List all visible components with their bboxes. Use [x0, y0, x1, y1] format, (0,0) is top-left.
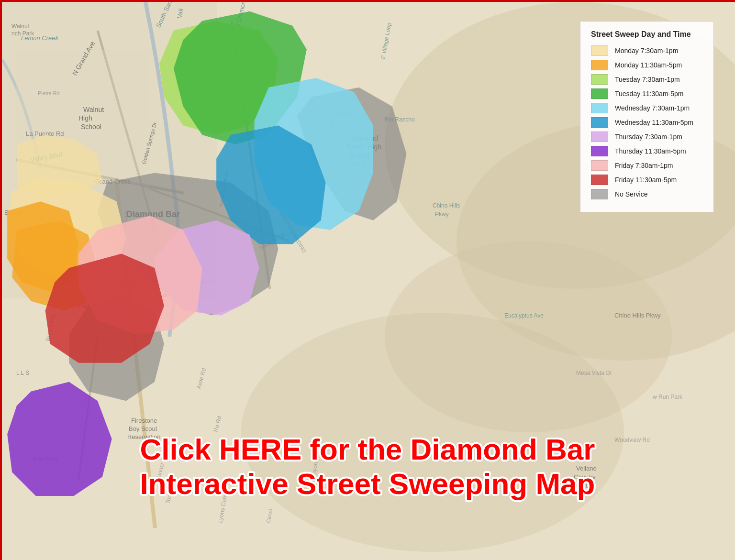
legend-item-tue-am: Tuesday 7:30am-1pm	[591, 74, 703, 85]
legend-label-tue-pm: Tuesday 11:30am-5pm	[615, 90, 683, 98]
legend-label-wed-am: Wednesday 7:30am-1pm	[615, 104, 690, 112]
legend-swatch-no-service	[591, 189, 608, 199]
legend-item-thu-am: Thursday 7:30am-1pm	[591, 132, 703, 142]
legend-label-wed-pm: Wednesday 11:30am-5pm	[615, 119, 693, 126]
legend-swatch-thu-am	[591, 132, 608, 142]
legend-label-thu-am: Thursday 7:30am-1pm	[615, 133, 682, 141]
legend-swatch-tue-am	[591, 74, 608, 85]
legend-swatch-thu-pm	[591, 146, 608, 156]
legend-item-wed-pm: Wednesday 11:30am-5pm	[591, 117, 703, 128]
legend-label-tue-am: Tuesday 7:30am-1pm	[615, 76, 680, 83]
cta-line2: Interactive Street Sweeping Map	[140, 467, 595, 500]
cta-line1: Click HERE for the Diamond Bar	[140, 433, 595, 466]
legend-item-fri-pm: Friday 11:30am-5pm	[591, 175, 703, 185]
legend-label-mon-am: Monday 7:30am-1pm	[615, 47, 678, 55]
legend-label-fri-pm: Friday 11:30am-5pm	[615, 176, 677, 184]
main-container: Lemon Creek Walnut nch Park N Grand Ave …	[0, 0, 735, 560]
legend-swatch-mon-am	[591, 45, 608, 56]
svg-marker-74	[17, 135, 102, 197]
svg-marker-82	[7, 382, 111, 496]
legend-item-mon-am: Monday 7:30am-1pm	[591, 45, 703, 56]
legend-label-mon-pm: Monday 11:30am-5pm	[615, 61, 682, 69]
legend-item-wed-am: Wednesday 7:30am-1pm	[591, 103, 703, 113]
legend-item-no-service: No Service	[591, 189, 703, 199]
legend-label-thu-pm: Thursday 11:30am-5pm	[615, 147, 686, 155]
legend-title: Street Sweep Day and Time	[591, 30, 703, 39]
legend-swatch-wed-pm	[591, 117, 608, 128]
legend-item-mon-pm: Monday 11:30am-5pm	[591, 60, 703, 70]
legend-swatch-fri-am	[591, 160, 608, 171]
cta-link[interactable]: Click HERE for the Diamond Bar Interacti…	[140, 432, 595, 501]
legend-item-tue-pm: Tuesday 11:30am-5pm	[591, 88, 703, 99]
legend-swatch-tue-pm	[591, 88, 608, 99]
legend-swatch-fri-pm	[591, 175, 608, 185]
legend-items: Monday 7:30am-1pmMonday 11:30am-5pmTuesd…	[591, 45, 703, 199]
legend: Street Sweep Day and Time Monday 7:30am-…	[580, 21, 714, 212]
legend-item-thu-pm: Thursday 11:30am-5pm	[591, 146, 703, 156]
legend-label-fri-am: Friday 7:30am-1pm	[615, 162, 673, 169]
legend-label-no-service: No Service	[615, 190, 647, 198]
legend-swatch-wed-am	[591, 103, 608, 113]
legend-swatch-mon-pm	[591, 60, 608, 70]
legend-item-fri-am: Friday 7:30am-1pm	[591, 160, 703, 171]
